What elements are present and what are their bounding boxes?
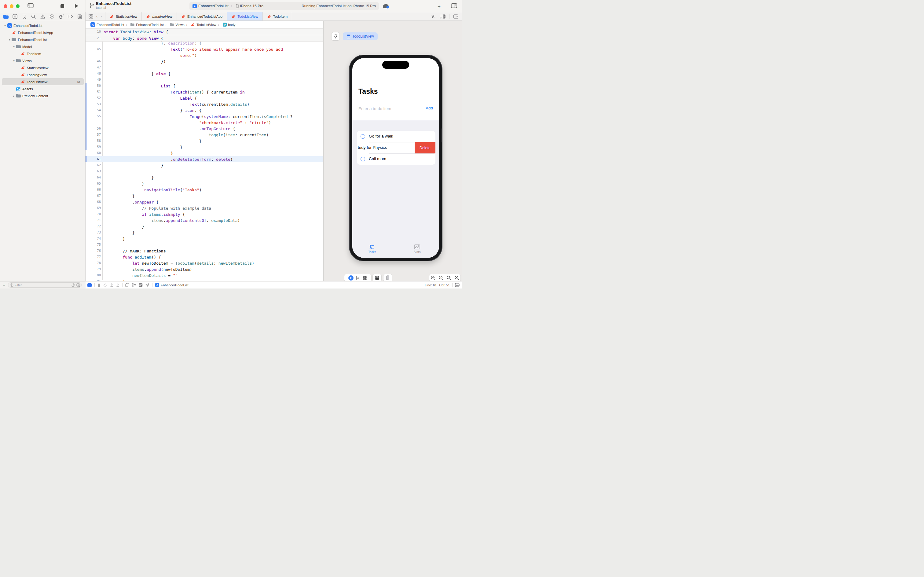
code-line-76[interactable]: 76// MARK: Functions	[85, 248, 323, 254]
tab-overview-icon[interactable]	[89, 14, 93, 19]
reports-navigator-icon[interactable]	[76, 13, 83, 19]
go-back-icon[interactable]: ‹	[96, 14, 97, 19]
run-button[interactable]	[74, 4, 79, 8]
code-line-77[interactable]: 77func addItem() {	[85, 254, 323, 260]
disclosure-chevron-icon[interactable]: ▾	[3, 24, 7, 27]
sidebar-item-model[interactable]: ▾Model	[0, 43, 85, 50]
go-forward-icon[interactable]: ›	[101, 14, 102, 19]
todo-row-go-for-a-walk[interactable]: Go for a walk	[357, 131, 435, 142]
code-line-50[interactable]: 50List {	[85, 83, 323, 89]
code-line-67[interactable]: 67}	[85, 193, 323, 199]
code-review-icon[interactable]	[431, 15, 436, 18]
sidebar-item-enhancedtodolist[interactable]: ▾AEnhancedTodoList	[0, 22, 85, 29]
code-line-72[interactable]: 72}	[85, 223, 323, 229]
code-line-49[interactable]: 49	[85, 77, 323, 83]
zoom-out-icon[interactable]	[431, 276, 435, 280]
breadcrumb-item-enhancedtodolist[interactable]: AEnhancedTodoList	[90, 22, 124, 27]
todo-circle-icon[interactable]	[361, 157, 365, 161]
code-line-62[interactable]: 62}	[85, 162, 323, 168]
code-line-60[interactable]: 60}	[85, 150, 323, 156]
stop-button[interactable]	[61, 4, 64, 8]
code-line-45[interactable]: 45Text("To-do items will appear here onc…	[85, 46, 323, 52]
issues-navigator-icon[interactable]	[39, 13, 46, 19]
sticky-header-line-21[interactable]: 21var body: some View {	[85, 35, 323, 42]
sidebar-item-enhancedtodolistapp[interactable]: EnhancedTodoListApp	[0, 29, 85, 36]
code-line-51[interactable]: 51ForEach(items) { currentItem in	[85, 89, 323, 95]
filter-field[interactable]: Filter	[8, 282, 82, 288]
add-tab-button[interactable]: +	[438, 4, 441, 10]
code-line-61[interactable]: 61.onDelete(perform: delete)	[85, 156, 323, 162]
scheme-selector[interactable]: A EnhancedTodoList 〉 iPhone 15 Pro Runni…	[190, 2, 379, 10]
live-preview-button[interactable]	[348, 276, 354, 280]
sidebar-item-landingview[interactable]: LandingView	[0, 71, 85, 78]
toggle-inspector-icon[interactable]	[451, 3, 457, 8]
adjust-toggles-icon[interactable]	[139, 283, 143, 287]
source-control-navigator-icon[interactable]	[11, 13, 18, 19]
breadcrumb-item-views[interactable]: Views	[164, 23, 185, 27]
branch-compare-icon[interactable]	[132, 283, 136, 287]
code-line-wrap[interactable]: some.")	[85, 52, 323, 58]
code-line-74[interactable]: 74}	[85, 235, 323, 242]
zoom-window-button[interactable]	[16, 4, 19, 8]
code-line-81[interactable]: 81}	[85, 279, 323, 281]
zoom-100-icon[interactable]: 1	[439, 276, 443, 280]
disclosure-chevron-icon[interactable]: ▾	[8, 38, 11, 41]
minimize-window-button[interactable]	[10, 4, 13, 8]
code-line-57[interactable]: 57toggle(item: currentItem)	[85, 132, 323, 138]
delete-button[interactable]: Delete	[415, 142, 435, 153]
step-down-icon[interactable]	[110, 283, 113, 287]
toggle-navigator-icon[interactable]	[27, 3, 34, 8]
sidebar-item-assets[interactable]: Assets	[0, 85, 85, 92]
tab-tasks[interactable]: Tasks	[358, 245, 386, 254]
device-settings-button[interactable]	[373, 274, 382, 282]
code-line-69[interactable]: 69// Populate with example data	[85, 205, 323, 211]
debug-navigator-icon[interactable]	[58, 13, 65, 19]
tab-todoitem[interactable]: TodoItem	[262, 12, 292, 21]
code-line-63[interactable]: 63	[85, 168, 323, 174]
sidebar-item-statisticsview[interactable]: StatisticsView	[0, 64, 85, 71]
code-line-70[interactable]: 70if items.isEmpty {	[85, 211, 323, 217]
code-line-55[interactable]: 55Image(systemName: currentItem.isComple…	[85, 113, 323, 119]
editor-options-icon[interactable]	[439, 15, 446, 19]
code-line-46[interactable]: 46})	[85, 58, 323, 64]
code-line-54[interactable]: 54} icon: {	[85, 107, 323, 113]
tab-stats[interactable]: Stats	[403, 245, 431, 254]
recent-files-icon[interactable]	[71, 283, 75, 287]
sidebar-item-enhancedtodolist[interactable]: ▾EnhancedTodoList	[0, 36, 85, 43]
close-window-button[interactable]	[4, 4, 7, 8]
disclosure-chevron-icon[interactable]: ▸	[12, 94, 16, 97]
code-line-53[interactable]: 53Text(currentItem.details)	[85, 101, 323, 107]
todo-row-tudy-for-physics[interactable]: tudy for PhysicsDelete	[357, 142, 435, 153]
editor-layout-icon[interactable]	[455, 283, 460, 287]
todo-circle-icon[interactable]	[361, 134, 365, 139]
code-line-75[interactable]: 75	[85, 242, 323, 248]
code-line-65[interactable]: 65}	[85, 181, 323, 187]
pin-preview-button[interactable]	[332, 32, 340, 40]
code-line-78[interactable]: 78let newToDoItem = TodoItem(details: ne…	[85, 260, 323, 266]
add-file-button[interactable]: +	[0, 283, 8, 288]
pause-indicator-icon[interactable]	[97, 283, 101, 287]
code-line-73[interactable]: 73}	[85, 229, 323, 235]
variants-button[interactable]	[363, 276, 367, 280]
code-line-68[interactable]: 68.onAppear {	[85, 199, 323, 205]
sidebar-item-preview-content[interactable]: ▸Preview Content	[0, 92, 85, 99]
source-editor[interactable]: 10struct TodoListView: View {21var body:…	[85, 29, 323, 281]
bookmarks-navigator-icon[interactable]	[21, 13, 28, 19]
code-line-58[interactable]: 58}	[85, 138, 323, 144]
sidebar-item-todoitem[interactable]: TodoItem	[0, 50, 85, 57]
source-control-filter-icon[interactable]	[76, 283, 80, 287]
breadcrumb-item-todolistview[interactable]: TodoListView	[185, 23, 216, 27]
preview-device-button[interactable]	[383, 274, 392, 282]
find-navigator-icon[interactable]	[30, 13, 37, 19]
sidebar-item-views[interactable]: ▾Views	[0, 57, 85, 64]
breadcrumb-item-body[interactable]: Pbody	[216, 23, 236, 27]
breadcrumb-item-enhancedtodolist[interactable]: EnhancedTodoList	[124, 23, 164, 27]
sticky-header-line-10[interactable]: 10struct TodoListView: View {	[85, 29, 323, 35]
send-cursor-icon[interactable]	[145, 283, 150, 287]
zoom-fit-icon[interactable]	[447, 276, 451, 280]
code-line-66[interactable]: 66.navigationTitle("Tasks")	[85, 187, 323, 193]
tab-landingview[interactable]: LandingView	[142, 12, 177, 21]
step-up-icon[interactable]	[116, 283, 119, 287]
tests-navigator-icon[interactable]	[48, 13, 55, 19]
add-editor-icon[interactable]	[453, 15, 458, 19]
